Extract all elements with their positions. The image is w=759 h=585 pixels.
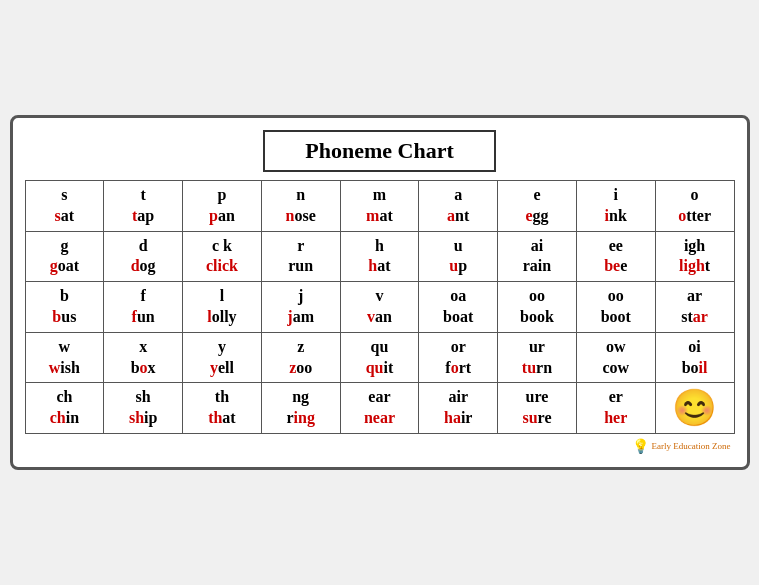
phoneme-text: ee <box>579 236 653 257</box>
table-cell: oo book <box>498 282 577 333</box>
table-cell: t tap <box>104 181 183 232</box>
table-cell: r run <box>261 231 340 282</box>
phoneme-text: ow <box>579 337 653 358</box>
phoneme-text: m <box>343 185 417 206</box>
table-cell: o otter <box>655 181 734 232</box>
phoneme-text: or <box>421 337 495 358</box>
phoneme-text: x <box>106 337 180 358</box>
phoneme-text: th <box>185 387 259 408</box>
table-cell: x box <box>104 332 183 383</box>
table-cell: ng ring <box>261 383 340 434</box>
table-cell: g goat <box>25 231 104 282</box>
phoneme-text: a <box>421 185 495 206</box>
table-cell: s sat <box>25 181 104 232</box>
phoneme-text: r <box>264 236 338 257</box>
example-text: click <box>185 256 259 277</box>
emoji: 😊 <box>672 388 717 428</box>
phoneme-text: e <box>500 185 574 206</box>
phoneme-text: v <box>343 286 417 307</box>
table-cell: c k click <box>183 231 262 282</box>
phoneme-text: l <box>185 286 259 307</box>
example-text: bee <box>579 256 653 277</box>
phoneme-text: ar <box>658 286 732 307</box>
example-text: fort <box>421 358 495 379</box>
phoneme-text: c k <box>185 236 259 257</box>
example-text: jam <box>264 307 338 328</box>
example-text: tap <box>106 206 180 227</box>
phoneme-text: igh <box>658 236 732 257</box>
phoneme-text: ch <box>28 387 102 408</box>
watermark: 💡 Early Education Zone <box>25 438 735 455</box>
example-text: goat <box>28 256 102 277</box>
example-text: sure <box>500 408 574 429</box>
watermark-text: Early Education Zone <box>652 441 731 451</box>
table-cell: or fort <box>419 332 498 383</box>
table-cell: n nose <box>261 181 340 232</box>
example-text: book <box>500 307 574 328</box>
example-text: that <box>185 408 259 429</box>
example-text: sat <box>28 206 102 227</box>
example-text: ant <box>421 206 495 227</box>
example-text: quit <box>343 358 417 379</box>
example-text: light <box>658 256 732 277</box>
table-cell: l lolly <box>183 282 262 333</box>
table-cell: ur turn <box>498 332 577 383</box>
example-text: ship <box>106 408 180 429</box>
table-cell: ar star <box>655 282 734 333</box>
example-text: up <box>421 256 495 277</box>
example-text: boil <box>658 358 732 379</box>
table-cell: m mat <box>340 181 419 232</box>
example-text: boat <box>421 307 495 328</box>
example-text: rain <box>500 256 574 277</box>
example-text: van <box>343 307 417 328</box>
table-cell: ure sure <box>498 383 577 434</box>
chart-title: Phoneme Chart <box>263 130 495 172</box>
table-cell: ee bee <box>576 231 655 282</box>
phoneme-text: ng <box>264 387 338 408</box>
example-text: chin <box>28 408 102 429</box>
example-text: mat <box>343 206 417 227</box>
phoneme-text: u <box>421 236 495 257</box>
table-cell: er her <box>576 383 655 434</box>
phoneme-text: y <box>185 337 259 358</box>
table-cell: b bus <box>25 282 104 333</box>
phoneme-text: n <box>264 185 338 206</box>
table-cell: w wish <box>25 332 104 383</box>
table-cell: p pan <box>183 181 262 232</box>
phoneme-text: s <box>28 185 102 206</box>
phoneme-text: ure <box>500 387 574 408</box>
phoneme-text: air <box>421 387 495 408</box>
example-text: pan <box>185 206 259 227</box>
example-text: boot <box>579 307 653 328</box>
table-cell: u up <box>419 231 498 282</box>
table-cell: z zoo <box>261 332 340 383</box>
table-cell: th that <box>183 383 262 434</box>
example-text: turn <box>500 358 574 379</box>
table-cell: i ink <box>576 181 655 232</box>
table-cell: h hat <box>340 231 419 282</box>
phoneme-text: o <box>658 185 732 206</box>
phoneme-text: oi <box>658 337 732 358</box>
example-text: her <box>579 408 653 429</box>
table-cell: oo boot <box>576 282 655 333</box>
table-cell: d dog <box>104 231 183 282</box>
table-cell: a ant <box>419 181 498 232</box>
example-text: bus <box>28 307 102 328</box>
table-cell: v van <box>340 282 419 333</box>
phoneme-table: s sat t tap p pan n nose m mat a ant e e… <box>25 180 735 434</box>
phoneme-text: ear <box>343 387 417 408</box>
phoneme-text: p <box>185 185 259 206</box>
table-cell: oa boat <box>419 282 498 333</box>
example-text: hat <box>343 256 417 277</box>
phoneme-text: j <box>264 286 338 307</box>
phoneme-text: oo <box>500 286 574 307</box>
example-text: nose <box>264 206 338 227</box>
phoneme-text: w <box>28 337 102 358</box>
phoneme-text: qu <box>343 337 417 358</box>
phoneme-text: oo <box>579 286 653 307</box>
phoneme-text: z <box>264 337 338 358</box>
phoneme-text: sh <box>106 387 180 408</box>
example-text: fun <box>106 307 180 328</box>
table-cell: sh ship <box>104 383 183 434</box>
phoneme-chart: Phoneme Chart s sat t tap p pan n nose m… <box>10 115 750 470</box>
